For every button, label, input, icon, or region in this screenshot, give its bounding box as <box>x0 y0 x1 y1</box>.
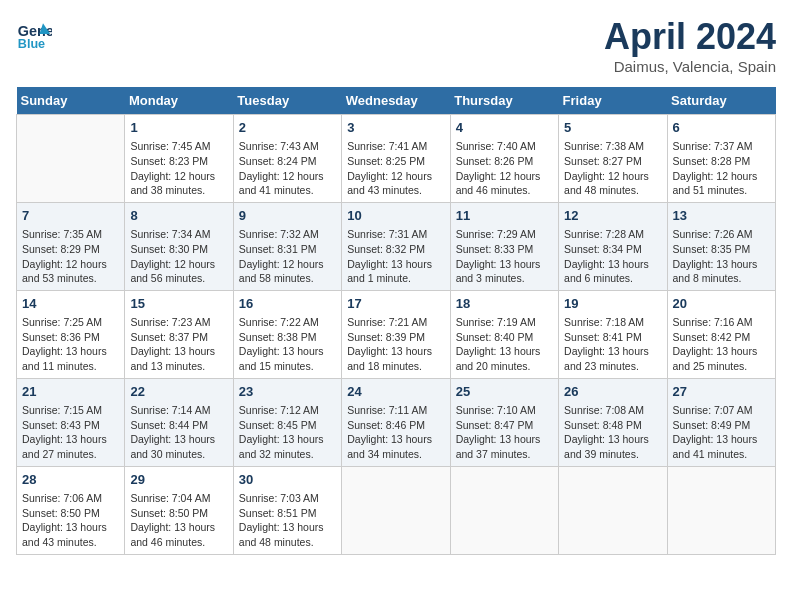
logo: General Blue <box>16 16 52 52</box>
day-info: Sunrise: 7:14 AM Sunset: 8:44 PM Dayligh… <box>130 403 227 462</box>
calendar-cell: 14Sunrise: 7:25 AM Sunset: 8:36 PM Dayli… <box>17 290 125 378</box>
day-number: 16 <box>239 295 336 313</box>
day-number: 27 <box>673 383 770 401</box>
day-number: 14 <box>22 295 119 313</box>
day-number: 1 <box>130 119 227 137</box>
calendar-cell: 27Sunrise: 7:07 AM Sunset: 8:49 PM Dayli… <box>667 378 775 466</box>
day-info: Sunrise: 7:28 AM Sunset: 8:34 PM Dayligh… <box>564 227 661 286</box>
calendar-cell: 30Sunrise: 7:03 AM Sunset: 8:51 PM Dayli… <box>233 466 341 554</box>
day-info: Sunrise: 7:03 AM Sunset: 8:51 PM Dayligh… <box>239 491 336 550</box>
calendar-cell: 1Sunrise: 7:45 AM Sunset: 8:23 PM Daylig… <box>125 115 233 203</box>
calendar-cell: 17Sunrise: 7:21 AM Sunset: 8:39 PM Dayli… <box>342 290 450 378</box>
calendar-cell: 23Sunrise: 7:12 AM Sunset: 8:45 PM Dayli… <box>233 378 341 466</box>
weekday-header: Thursday <box>450 87 558 115</box>
calendar-cell: 13Sunrise: 7:26 AM Sunset: 8:35 PM Dayli… <box>667 202 775 290</box>
calendar-cell: 26Sunrise: 7:08 AM Sunset: 8:48 PM Dayli… <box>559 378 667 466</box>
day-info: Sunrise: 7:22 AM Sunset: 8:38 PM Dayligh… <box>239 315 336 374</box>
calendar-week-row: 21Sunrise: 7:15 AM Sunset: 8:43 PM Dayli… <box>17 378 776 466</box>
calendar-cell <box>17 115 125 203</box>
day-info: Sunrise: 7:43 AM Sunset: 8:24 PM Dayligh… <box>239 139 336 198</box>
day-info: Sunrise: 7:25 AM Sunset: 8:36 PM Dayligh… <box>22 315 119 374</box>
calendar-week-row: 1Sunrise: 7:45 AM Sunset: 8:23 PM Daylig… <box>17 115 776 203</box>
weekday-header: Wednesday <box>342 87 450 115</box>
day-number: 9 <box>239 207 336 225</box>
day-info: Sunrise: 7:31 AM Sunset: 8:32 PM Dayligh… <box>347 227 444 286</box>
weekday-header: Tuesday <box>233 87 341 115</box>
weekday-header: Friday <box>559 87 667 115</box>
calendar-cell: 4Sunrise: 7:40 AM Sunset: 8:26 PM Daylig… <box>450 115 558 203</box>
day-info: Sunrise: 7:18 AM Sunset: 8:41 PM Dayligh… <box>564 315 661 374</box>
day-number: 26 <box>564 383 661 401</box>
calendar-cell: 25Sunrise: 7:10 AM Sunset: 8:47 PM Dayli… <box>450 378 558 466</box>
month-title: April 2024 <box>604 16 776 58</box>
day-info: Sunrise: 7:26 AM Sunset: 8:35 PM Dayligh… <box>673 227 770 286</box>
day-number: 12 <box>564 207 661 225</box>
calendar-cell <box>342 466 450 554</box>
calendar-week-row: 7Sunrise: 7:35 AM Sunset: 8:29 PM Daylig… <box>17 202 776 290</box>
day-number: 15 <box>130 295 227 313</box>
calendar-cell: 11Sunrise: 7:29 AM Sunset: 8:33 PM Dayli… <box>450 202 558 290</box>
title-block: April 2024 Daimus, Valencia, Spain <box>604 16 776 75</box>
day-info: Sunrise: 7:37 AM Sunset: 8:28 PM Dayligh… <box>673 139 770 198</box>
weekday-header-row: SundayMondayTuesdayWednesdayThursdayFrid… <box>17 87 776 115</box>
day-number: 25 <box>456 383 553 401</box>
calendar-cell: 28Sunrise: 7:06 AM Sunset: 8:50 PM Dayli… <box>17 466 125 554</box>
day-number: 29 <box>130 471 227 489</box>
calendar-cell: 21Sunrise: 7:15 AM Sunset: 8:43 PM Dayli… <box>17 378 125 466</box>
calendar-week-row: 28Sunrise: 7:06 AM Sunset: 8:50 PM Dayli… <box>17 466 776 554</box>
calendar-cell: 2Sunrise: 7:43 AM Sunset: 8:24 PM Daylig… <box>233 115 341 203</box>
day-number: 24 <box>347 383 444 401</box>
day-number: 17 <box>347 295 444 313</box>
location: Daimus, Valencia, Spain <box>604 58 776 75</box>
day-info: Sunrise: 7:38 AM Sunset: 8:27 PM Dayligh… <box>564 139 661 198</box>
calendar-cell <box>450 466 558 554</box>
day-info: Sunrise: 7:11 AM Sunset: 8:46 PM Dayligh… <box>347 403 444 462</box>
day-number: 20 <box>673 295 770 313</box>
day-info: Sunrise: 7:06 AM Sunset: 8:50 PM Dayligh… <box>22 491 119 550</box>
day-info: Sunrise: 7:08 AM Sunset: 8:48 PM Dayligh… <box>564 403 661 462</box>
calendar-cell: 16Sunrise: 7:22 AM Sunset: 8:38 PM Dayli… <box>233 290 341 378</box>
day-info: Sunrise: 7:40 AM Sunset: 8:26 PM Dayligh… <box>456 139 553 198</box>
calendar-cell: 20Sunrise: 7:16 AM Sunset: 8:42 PM Dayli… <box>667 290 775 378</box>
calendar-cell: 19Sunrise: 7:18 AM Sunset: 8:41 PM Dayli… <box>559 290 667 378</box>
calendar-cell: 5Sunrise: 7:38 AM Sunset: 8:27 PM Daylig… <box>559 115 667 203</box>
day-number: 13 <box>673 207 770 225</box>
day-number: 4 <box>456 119 553 137</box>
day-info: Sunrise: 7:35 AM Sunset: 8:29 PM Dayligh… <box>22 227 119 286</box>
calendar-cell: 29Sunrise: 7:04 AM Sunset: 8:50 PM Dayli… <box>125 466 233 554</box>
day-number: 11 <box>456 207 553 225</box>
day-number: 22 <box>130 383 227 401</box>
day-number: 19 <box>564 295 661 313</box>
day-number: 18 <box>456 295 553 313</box>
calendar-cell: 7Sunrise: 7:35 AM Sunset: 8:29 PM Daylig… <box>17 202 125 290</box>
calendar-cell: 12Sunrise: 7:28 AM Sunset: 8:34 PM Dayli… <box>559 202 667 290</box>
day-info: Sunrise: 7:21 AM Sunset: 8:39 PM Dayligh… <box>347 315 444 374</box>
calendar-cell: 6Sunrise: 7:37 AM Sunset: 8:28 PM Daylig… <box>667 115 775 203</box>
svg-text:Blue: Blue <box>18 37 45 51</box>
day-number: 5 <box>564 119 661 137</box>
calendar-cell <box>559 466 667 554</box>
day-info: Sunrise: 7:19 AM Sunset: 8:40 PM Dayligh… <box>456 315 553 374</box>
weekday-header: Monday <box>125 87 233 115</box>
day-number: 7 <box>22 207 119 225</box>
calendar-cell: 9Sunrise: 7:32 AM Sunset: 8:31 PM Daylig… <box>233 202 341 290</box>
calendar-cell: 24Sunrise: 7:11 AM Sunset: 8:46 PM Dayli… <box>342 378 450 466</box>
day-info: Sunrise: 7:29 AM Sunset: 8:33 PM Dayligh… <box>456 227 553 286</box>
day-info: Sunrise: 7:45 AM Sunset: 8:23 PM Dayligh… <box>130 139 227 198</box>
day-number: 28 <box>22 471 119 489</box>
calendar-cell: 10Sunrise: 7:31 AM Sunset: 8:32 PM Dayli… <box>342 202 450 290</box>
day-number: 8 <box>130 207 227 225</box>
calendar-cell: 22Sunrise: 7:14 AM Sunset: 8:44 PM Dayli… <box>125 378 233 466</box>
calendar-cell: 3Sunrise: 7:41 AM Sunset: 8:25 PM Daylig… <box>342 115 450 203</box>
logo-icon: General Blue <box>16 16 52 52</box>
day-info: Sunrise: 7:15 AM Sunset: 8:43 PM Dayligh… <box>22 403 119 462</box>
day-number: 3 <box>347 119 444 137</box>
day-number: 21 <box>22 383 119 401</box>
calendar-cell: 15Sunrise: 7:23 AM Sunset: 8:37 PM Dayli… <box>125 290 233 378</box>
calendar-cell: 18Sunrise: 7:19 AM Sunset: 8:40 PM Dayli… <box>450 290 558 378</box>
day-number: 23 <box>239 383 336 401</box>
day-number: 10 <box>347 207 444 225</box>
day-info: Sunrise: 7:04 AM Sunset: 8:50 PM Dayligh… <box>130 491 227 550</box>
day-info: Sunrise: 7:12 AM Sunset: 8:45 PM Dayligh… <box>239 403 336 462</box>
day-info: Sunrise: 7:07 AM Sunset: 8:49 PM Dayligh… <box>673 403 770 462</box>
